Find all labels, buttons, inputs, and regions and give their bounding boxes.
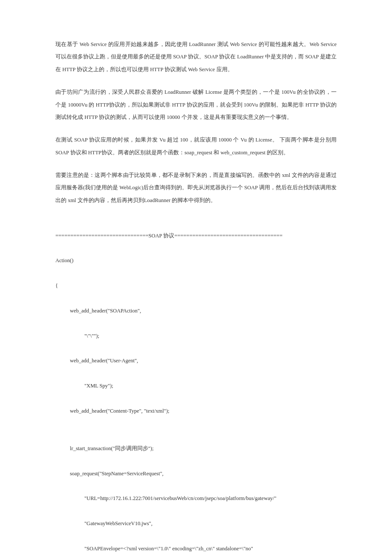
code-line: "\"\"");	[55, 330, 337, 342]
code-line: "XML Spy");	[55, 380, 337, 392]
code-line: lr_start_transaction("同步调用同步");	[55, 442, 337, 455]
paragraph-3: 在测试 SOAP 协议应用的时候，如果并发 Vu 超过 100，就应该用 100…	[55, 134, 337, 159]
code-line: {	[55, 280, 337, 292]
code-line: ===============================SOAP 协议==…	[55, 230, 337, 242]
paragraph-2: 由于坊间广为流行的，深受人民群众喜爱的 LoadRunner 破解 Licens…	[55, 86, 337, 124]
code-line: web_add_header("SOAPAction",	[55, 305, 337, 317]
code-line: web_add_header("Content-Type", "text/xml…	[55, 405, 337, 417]
code-line: soap_request("StepName=ServiceRequest",	[55, 468, 337, 480]
code-line: "SOAPEnvelope=<?xml version=\"1.0\" enco…	[55, 543, 337, 555]
code-line: Action()	[55, 254, 337, 267]
paragraph-1: 现在基于 Web Service 的应用开始越来越多，因此使用 LoadRunn…	[55, 38, 337, 76]
code-line: "URL=http://172.16.1.222:7001/servicebus…	[55, 492, 337, 505]
code-block-soap: ===============================SOAP 协议==…	[55, 217, 337, 555]
code-line: web_add_header("User-Agent",	[55, 355, 337, 367]
paragraph-4: 需要注意的是：这两个脚本由于比较简单，都不是录制下来的，而是直接编写的。函数中的…	[55, 169, 337, 207]
code-line: "GatewayWebServiceV10.jws",	[55, 517, 337, 530]
